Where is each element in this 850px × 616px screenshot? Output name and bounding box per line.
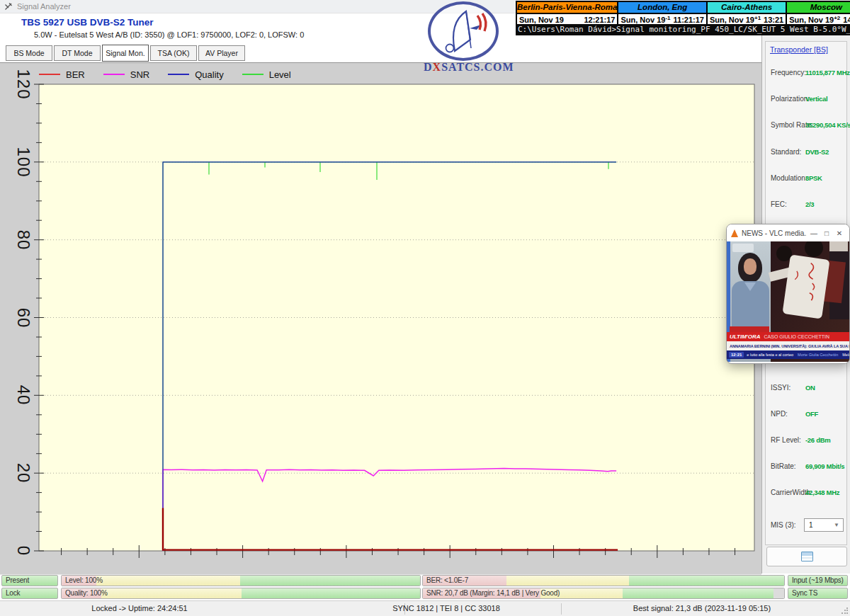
field-label-polarization: Polarization: — [771, 95, 810, 103]
dxsatcs-logo: DXSATCS.COM — [424, 1, 503, 74]
tab-av-player[interactable]: AV Player — [198, 45, 245, 61]
statusbar-divider — [561, 603, 562, 615]
field-value-symbol-rate: 35290,504 KS/s — [805, 121, 850, 129]
legend-label-level: Level — [269, 69, 291, 80]
breaking-topic: CASO GIULIO CECCHETTIN — [764, 334, 830, 339]
mis-label: MIS (3): — [771, 521, 796, 529]
broadcaster-bug — [732, 244, 754, 252]
legend-item-level: Level — [242, 69, 291, 80]
sync-ts-label: Sync TS — [792, 589, 817, 597]
monitor-row-1: Present Level: 100% BER: <1.0E-7 Input (… — [0, 575, 850, 586]
field-value-carrier-width: 42,348 MHz — [805, 489, 839, 496]
capture-button[interactable] — [766, 547, 847, 566]
legend-item-snr: SNR — [103, 69, 149, 80]
logo-d: D — [424, 61, 433, 73]
level-bar-mid — [96, 576, 240, 586]
resize-grip[interactable] — [841, 608, 848, 615]
y-axis-tick-label: 20 — [13, 463, 33, 484]
transponder-title: Transponder [BS] — [770, 45, 828, 54]
field-label-npd: NPD: — [771, 410, 788, 418]
field-label-fec: FEC: — [771, 200, 787, 208]
field-label-bitrate: BitRate: — [771, 462, 796, 470]
snr-bar-remainder — [774, 588, 784, 598]
mis-selected-value: 1 — [809, 521, 813, 529]
field-label-frequency: Frequency: — [771, 69, 806, 76]
capture-icon — [801, 552, 813, 561]
uptime-status: Locked -> Uptime: 24:24:51 — [91, 604, 187, 612]
vlc-titlebar[interactable]: NEWS - VLC media... — □ ✕ — [727, 224, 849, 241]
device-title: TBS 5927 USB DVB-S2 Tuner — [21, 17, 154, 28]
field-value-issyi: ON — [805, 384, 815, 392]
lock-label: Lock — [6, 589, 20, 597]
field-value-npd: OFF — [805, 410, 818, 418]
crowd-head — [805, 241, 823, 257]
clock-city-moscow: Moscow — [787, 2, 850, 14]
vlc-video-area: ULTIM'ORA CASO GIULIO CECCHETTIN ANNAMAR… — [727, 241, 849, 362]
maximize-icon[interactable]: □ — [821, 229, 832, 237]
chevron-down-icon: ▼ — [834, 522, 839, 528]
chart-legend: BER SNR Quality Level — [39, 68, 291, 81]
clock-time: 12:21:17 — [584, 16, 615, 24]
vlc-window-title: NEWS - VLC media... — [742, 229, 807, 237]
mis-dropdown[interactable]: 1 ▼ — [804, 518, 844, 532]
close-icon[interactable]: ✕ — [834, 229, 845, 237]
breaking-label: ULTIM'ORA — [730, 333, 761, 340]
quality-bar-mid — [101, 588, 242, 598]
y-axis-tick-label: 100 — [13, 147, 33, 177]
level-label: Level: 100% — [65, 576, 103, 584]
vlc-cone-icon — [731, 229, 738, 237]
y-axis-tick-label: 120 — [13, 69, 33, 99]
vlc-window[interactable]: NEWS - VLC media... — □ ✕ — [726, 224, 850, 364]
tab-bs-mode[interactable]: BS Mode — [6, 45, 52, 61]
window-title: Signal Analyzer — [17, 2, 71, 11]
clock-date: Sun, Nov 19 — [620, 16, 665, 24]
y-axis-tick-label: 80 — [13, 229, 33, 250]
snr-line-swatch — [103, 74, 125, 75]
tab-dt-mode[interactable]: DT Mode — [54, 45, 101, 61]
ber-bar: BER: <1.0E-7 — [422, 575, 785, 586]
minimize-icon[interactable]: — — [808, 229, 820, 237]
sync-counters-status: SYNC 1812 | TEI 8 | CC 33018 — [392, 604, 500, 612]
clock-date: Sun, Nov 19 — [789, 16, 834, 24]
level-bar-high — [240, 576, 420, 586]
field-label-rf-level: RF Level: — [771, 436, 801, 444]
clock-london: London, Eng Sun, Nov 19 -1 11:21:17 — [618, 2, 708, 25]
breaking-news-band: ULTIM'ORA CASO GIULIO CECCHETTIN — [727, 332, 849, 341]
ber-line-swatch — [39, 74, 60, 75]
tab-signal-mon[interactable]: Signal Mon. — [102, 45, 149, 62]
quality-bar-high — [242, 588, 420, 598]
field-value-fec: 2/3 — [805, 200, 814, 208]
clock-city-london: London, Eng — [618, 2, 706, 14]
headline-band: ANNAMARIA BERNINI (MIN. UNIVERSITÀ): GIU… — [727, 341, 849, 350]
lock-indicator: Lock — [1, 588, 58, 599]
clock-city-cairo: Cairo-Athens — [708, 2, 786, 14]
level-bar: Level: 100% — [61, 575, 421, 586]
clock-time: 13:21 — [764, 16, 783, 24]
snr-bar: SNR: 20,7 dB (Margin: 14,1 dB | Very Goo… — [422, 588, 785, 599]
clock-moscow: Moscow Sun, Nov 19 +2 14:21 — [787, 2, 850, 25]
legend-label-ber: BER — [66, 69, 85, 80]
legend-label-snr: SNR — [130, 69, 149, 80]
ber-bar-high — [629, 576, 784, 586]
field-label-modulation: Modulation: — [771, 174, 808, 182]
field-label-issyi: ISSYI: — [771, 384, 790, 392]
legend-item-ber: BER — [39, 69, 85, 80]
y-axis-tick-label: 0 — [13, 546, 33, 556]
clock-date: Sun, Nov 19 — [519, 16, 564, 24]
present-indicator: Present — [1, 575, 58, 586]
monitor-row-2: Lock Quality: 100% SNR: 20,7 dB (Margin:… — [0, 588, 850, 599]
app-icon — [4, 2, 13, 11]
y-axis-tick-label: 40 — [13, 385, 33, 406]
logo-x: X — [433, 61, 442, 73]
field-value-frequency: 11015,877 MHz — [805, 69, 850, 76]
best-signal-status: Best signal: 21,3 dB (2023-11-19 05:15) — [633, 604, 771, 612]
tab-bar: BS Mode DT Mode Signal Mon. TSA (OK) AV … — [6, 45, 245, 62]
satellite-dish-logo-icon — [428, 1, 499, 61]
legend-label-quality: Quality — [195, 69, 223, 80]
ticker-time: 12:21 — [729, 352, 744, 358]
tab-tsa[interactable]: TSA (OK) — [150, 45, 197, 61]
headline-text: ANNAMARIA BERNINI (MIN. UNIVERSITÀ): GIU… — [730, 344, 849, 348]
logo-rest: SATCS.COM — [441, 61, 514, 73]
legend-item-quality: Quality — [168, 69, 223, 80]
input-label: Input (~19 Mbps) — [792, 576, 844, 584]
